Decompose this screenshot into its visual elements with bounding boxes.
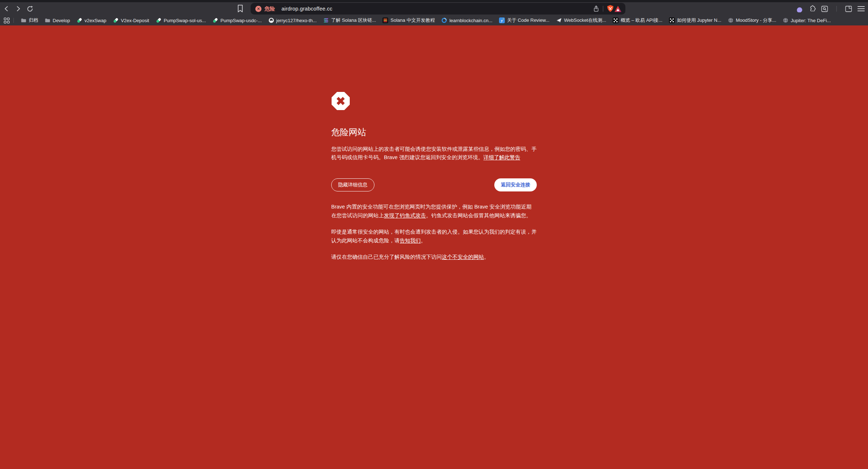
bookmark-item[interactable]: Jupiter: The DeFi...: [779, 16, 834, 24]
hide-details-button[interactable]: 隐藏详细信息: [331, 178, 374, 191]
bookmark-item[interactable]: PumpSwap-sol-us...: [153, 16, 209, 24]
globe-icon: [728, 17, 734, 23]
text-segment: 。: [484, 254, 490, 260]
url-text: airdrop.grabcoffee.cc: [281, 6, 332, 12]
toolbar-right-group: [796, 2, 865, 15]
blue-y-icon: y: [499, 17, 505, 23]
url-bar-divider: [603, 6, 603, 12]
menu-button[interactable]: [857, 5, 865, 12]
browser-toolbar: 危险 airdrop.grabcoffee.cc: [0, 2, 868, 15]
learnblockchain-icon: [441, 17, 447, 23]
danger-octagon-icon: [331, 92, 350, 110]
text-segment: 。钓鱼式攻击网站会假冒其他网站来诱骗您。: [426, 213, 531, 218]
folder-favicon: [21, 17, 27, 23]
pill-icon: [156, 17, 162, 23]
bookmark-item[interactable]: 概览 – 欧易 API接...: [609, 16, 666, 24]
brave-shields-icon: [607, 5, 614, 13]
bookmark-label: jerryc127/hexo-th...: [276, 18, 317, 23]
github-favicon: [268, 17, 274, 23]
okx-grid-favicon: [613, 17, 618, 23]
bookmarks-list: 归档Developv2exSwapV2ex-DepositPumpSwap-so…: [17, 16, 834, 24]
bookmark-label: v2exSwap: [85, 18, 106, 23]
share-icon: [593, 5, 600, 13]
detail-paragraph-2: 即使是通常很安全的网站，有时也会遭到攻击者的入侵。如果您认为我们的判定有误，并认…: [331, 228, 537, 245]
danger-badge-icon: [255, 6, 261, 12]
folder-icon: [21, 17, 27, 23]
bookmark-label: PumpSwap-usdc-...: [220, 18, 261, 23]
share-button[interactable]: [593, 5, 600, 13]
brave-shields-button[interactable]: [607, 5, 614, 13]
bookmark-flag-button[interactable]: [237, 4, 244, 13]
bookmark-item[interactable]: v2exSwap: [73, 16, 110, 24]
folder-icon: [45, 17, 50, 23]
bookmark-label: 了解 Solana 区块链...: [331, 17, 376, 24]
security-status-label: 危险: [264, 5, 275, 12]
inline-link[interactable]: 告知我们: [400, 238, 421, 243]
pill-favicon: [156, 17, 162, 23]
folder-favicon: [45, 17, 50, 23]
globe-icon: [783, 17, 788, 23]
text-segment: 请仅在您确信自己已充分了解风险的情况下访问: [331, 254, 442, 260]
bookmark-item[interactable]: 如何使用 Jupyter N...: [666, 16, 725, 24]
forward-icon: [15, 5, 22, 12]
reload-icon: [26, 5, 34, 13]
bookmark-item[interactable]: jerryc127/hexo-th...: [265, 16, 320, 24]
interstitial-content: 危险网站 您尝试访问的网站上的攻击者可能会诱使您安装软件或泄露某些信息，例如您的…: [331, 92, 537, 262]
svg-text:y: y: [500, 18, 503, 23]
toolbar-divider: [836, 6, 837, 12]
bookmark-item[interactable]: PumpSwap-usdc-...: [209, 16, 265, 24]
bookmark-item[interactable]: 归档: [17, 16, 41, 24]
reading-list-button[interactable]: [845, 5, 852, 13]
bookmark-item[interactable]: y关于 Code Review...: [496, 16, 553, 24]
solana-cn-icon: [382, 17, 388, 23]
pill-favicon: [77, 17, 82, 23]
bookmark-item[interactable]: V2ex-Deposit: [110, 16, 153, 24]
bookmark-item[interactable]: Solana 中文开发教程: [379, 16, 438, 24]
solana-icon: [323, 17, 329, 23]
bookmark-apps-button[interactable]: [4, 17, 10, 24]
back-button[interactable]: [3, 5, 10, 12]
paper-plane-icon: [556, 17, 562, 23]
leo-ai-button[interactable]: [796, 5, 804, 12]
apps-grid-icon: [4, 17, 10, 24]
bookmark-label: 关于 Code Review...: [507, 17, 549, 24]
pill-icon: [77, 17, 82, 23]
back-to-safety-button[interactable]: 返回安全连接: [494, 178, 537, 191]
globe-favicon: [728, 17, 734, 23]
inline-link[interactable]: 详细了解此警告: [483, 154, 520, 160]
bookmark-item[interactable]: MoodStory - 分享...: [725, 16, 779, 24]
forward-button[interactable]: [15, 5, 22, 12]
bookmark-label: Develop: [53, 18, 70, 23]
reload-button[interactable]: [26, 5, 34, 13]
paper-plane-favicon: [556, 17, 562, 23]
bookmark-label: WebSocket在线测...: [564, 17, 606, 24]
text-segment: 即使是通常很安全的网站，有时也会遭到攻击者的入侵。如果您认为我们的判定有误，并认…: [331, 229, 537, 243]
inline-link[interactable]: 发现了钓鱼式攻击: [384, 213, 426, 218]
puzzle-icon: [809, 5, 816, 12]
bookmarks-divider: [13, 18, 14, 23]
search-panel-button[interactable]: [821, 5, 828, 13]
bookmark-item[interactable]: Develop: [41, 16, 73, 24]
brave-rewards-button[interactable]: [614, 5, 622, 12]
action-buttons-row: 隐藏详细信息 返回安全连接: [331, 178, 537, 191]
bookmark-item[interactable]: 了解 Solana 区块链...: [320, 16, 380, 24]
github-icon: [268, 17, 274, 23]
bookmark-label: learnblockchain.cn...: [449, 18, 492, 23]
inline-link[interactable]: 这个不安全的网站: [442, 254, 484, 260]
bookmark-label: 归档: [29, 17, 38, 24]
url-bar[interactable]: 危险 airdrop.grabcoffee.cc: [251, 3, 625, 15]
pill-favicon: [113, 17, 119, 23]
okx-grid-favicon: [669, 17, 675, 23]
solana-favicon: [323, 17, 329, 23]
extensions-button[interactable]: [809, 5, 816, 12]
bookmark-item[interactable]: WebSocket在线测...: [553, 16, 609, 24]
reading-list-icon: [845, 5, 852, 13]
bookmark-label: 如何使用 Jupyter N...: [677, 17, 721, 24]
pill-favicon: [212, 17, 218, 23]
bookmark-item[interactable]: learnblockchain.cn...: [438, 16, 496, 24]
page-title: 危险网站: [331, 126, 537, 138]
solana-cn-favicon: [382, 17, 388, 23]
bookmark-flag-icon: [237, 4, 244, 13]
hamburger-menu-icon: [857, 5, 865, 12]
bookmark-label: MoodStory - 分享...: [736, 17, 776, 24]
